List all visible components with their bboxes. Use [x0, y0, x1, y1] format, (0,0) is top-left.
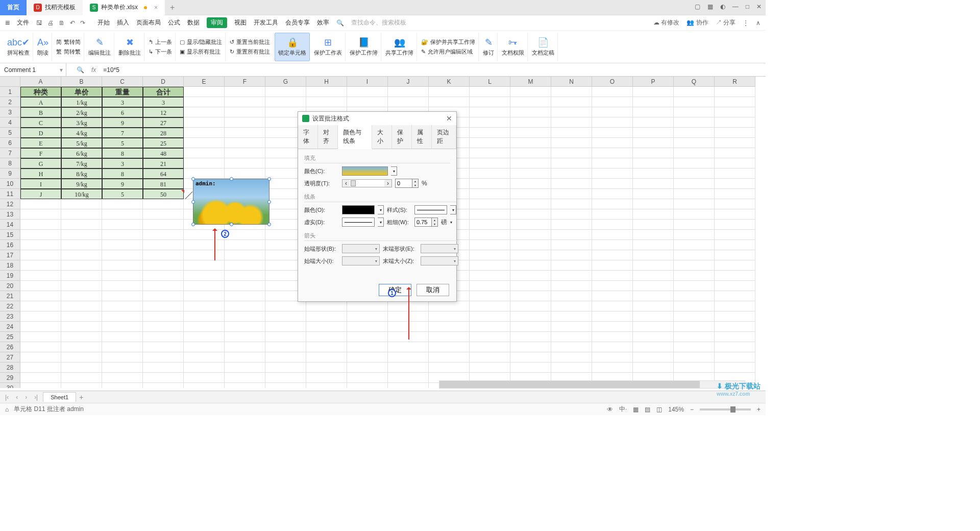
- reset-all-button[interactable]: ↻ 重置所有批注: [230, 48, 270, 56]
- menu-file[interactable]: 文件: [17, 18, 29, 27]
- show-all-comment-button[interactable]: ▣ 显示所有批注: [180, 48, 220, 56]
- transparency-input[interactable]: ▴▾: [395, 179, 419, 188]
- transparency-slider[interactable]: ‹›: [342, 179, 392, 187]
- menu-insert[interactable]: 插入: [117, 18, 129, 27]
- doc-permission-button[interactable]: 🗝文档权限: [499, 33, 528, 61]
- tab-margins[interactable]: 页边距: [432, 125, 456, 149]
- line-color-swatch[interactable]: [342, 205, 375, 214]
- apps-icon[interactable]: ▦: [707, 3, 713, 10]
- line-color-dropdown[interactable]: ▾: [378, 205, 384, 214]
- line-style-dropdown[interactable]: ▾: [450, 205, 456, 214]
- share-button[interactable]: ↗ 分享: [716, 18, 736, 27]
- zoom-slider[interactable]: [700, 408, 751, 411]
- select-all-corner[interactable]: [0, 77, 20, 87]
- toggle-comment-button[interactable]: ▢ 显示/隐藏批注: [180, 38, 222, 46]
- qat-undo-icon[interactable]: ↶: [70, 19, 75, 27]
- coop-button[interactable]: 👥 协作: [687, 18, 708, 27]
- line-dash-dropdown[interactable]: ▾: [378, 218, 384, 227]
- qat-redo-icon[interactable]: ↷: [80, 19, 85, 27]
- protect-sheet-button[interactable]: ⊞保护工作表: [311, 33, 346, 61]
- avatar-icon[interactable]: ◐: [720, 3, 725, 10]
- menu-data[interactable]: 数据: [187, 18, 200, 27]
- menu-view[interactable]: 视图: [234, 18, 247, 27]
- column-headers[interactable]: ABCDEFGHIJKLMNOPQR: [20, 77, 766, 87]
- menu-devtools[interactable]: 开发工具: [254, 18, 278, 27]
- name-box[interactable]: Comment 1▾: [0, 63, 66, 76]
- menu-formula[interactable]: 公式: [168, 18, 180, 27]
- row-headers[interactable]: 1234567891011121314151617181920212223242…: [0, 87, 20, 388]
- prev-comment-button[interactable]: ↰ 上一条: [149, 38, 172, 46]
- zoom-in-icon[interactable]: +: [757, 406, 761, 413]
- sheet-nav-next[interactable]: ›: [23, 394, 29, 401]
- minimize-icon[interactable]: —: [732, 3, 739, 10]
- maximize-icon[interactable]: □: [746, 3, 749, 10]
- tab-docker[interactable]: D找稻壳模板: [27, 0, 83, 15]
- begin-size-combo[interactable]: ▾: [342, 256, 380, 266]
- tab-properties[interactable]: 属性: [412, 125, 432, 149]
- tab-colors-lines[interactable]: 颜色与线条: [338, 125, 372, 149]
- collapse-ribbon-icon[interactable]: ∧: [756, 19, 761, 27]
- share-book-button[interactable]: 👥共享工作簿: [382, 33, 417, 61]
- end-size-combo[interactable]: ▾: [421, 256, 458, 266]
- next-comment-button[interactable]: ↳ 下一条: [149, 48, 172, 56]
- view-normal-icon[interactable]: ▦: [633, 406, 639, 413]
- view-page-icon[interactable]: ▤: [645, 406, 650, 413]
- eye-icon[interactable]: 👁: [607, 406, 613, 413]
- formula-input[interactable]: =10*5: [103, 66, 119, 74]
- status-mode-icon[interactable]: ⌂: [5, 406, 9, 413]
- zoom-out-icon[interactable]: −: [690, 406, 694, 413]
- more-icon[interactable]: ⋮: [743, 19, 749, 27]
- search-icon[interactable]: 🔍: [336, 19, 344, 27]
- menu-layout[interactable]: 页面布局: [136, 18, 161, 27]
- sheet-nav-last[interactable]: ›|: [32, 394, 40, 401]
- fill-color-swatch[interactable]: [342, 166, 388, 176]
- read-aloud-button[interactable]: A»朗读: [34, 33, 52, 61]
- tab-protect[interactable]: 保护: [392, 125, 412, 149]
- cancel-button[interactable]: 取消: [416, 284, 449, 296]
- add-tab-button[interactable]: +: [165, 3, 180, 12]
- tab-size[interactable]: 大小: [372, 125, 392, 149]
- line-weight-input[interactable]: ▴▾: [414, 218, 438, 227]
- horizontal-scrollbar[interactable]: [439, 380, 745, 389]
- t2s-button[interactable]: 繁 简转繁: [56, 48, 81, 56]
- reset-current-button[interactable]: ↺ 重置当前批注: [230, 38, 270, 46]
- comment-box[interactable]: admin:: [193, 179, 270, 225]
- lock-cell-button[interactable]: 🔒锁定单元格: [275, 33, 310, 61]
- spellcheck-button[interactable]: abc✔拼写检查: [4, 33, 33, 61]
- tab-home[interactable]: 首页: [0, 0, 27, 15]
- qat-print-icon[interactable]: 🖨: [47, 19, 54, 27]
- sheet-tab[interactable]: Sheet1: [43, 392, 76, 402]
- layout-icon[interactable]: ▢: [695, 3, 700, 10]
- delete-comment-button[interactable]: ✖删除批注: [115, 33, 144, 61]
- begin-shape-combo[interactable]: ▾: [342, 244, 380, 253]
- fx-cancel-icon[interactable]: 🔍: [77, 66, 84, 74]
- window-close-icon[interactable]: ✕: [756, 3, 762, 10]
- cjk-icon[interactable]: 中·: [619, 405, 627, 414]
- end-shape-combo[interactable]: ▾: [421, 244, 458, 253]
- protect-share-button[interactable]: 🔐 保护并共享工作簿: [421, 38, 475, 46]
- cloud-unsaved[interactable]: ☁ 有修改: [653, 18, 679, 27]
- search-hint[interactable]: 查找命令、搜索模板: [351, 18, 406, 27]
- dialog-titlebar[interactable]: 设置批注格式 ✕: [298, 112, 456, 125]
- tab-font[interactable]: 字体: [298, 125, 318, 149]
- tab-align[interactable]: 对齐: [318, 125, 338, 149]
- dialog-close-icon[interactable]: ✕: [446, 114, 452, 123]
- s2t-button[interactable]: 简 繁转简: [56, 38, 81, 46]
- menu-review[interactable]: 审阅: [207, 17, 227, 28]
- menu-vip[interactable]: 会员专享: [285, 18, 310, 27]
- menu-efficiency[interactable]: 效率: [317, 18, 329, 27]
- qat-preview-icon[interactable]: 🗎: [59, 19, 65, 27]
- view-break-icon[interactable]: ◫: [656, 406, 662, 413]
- allow-edit-button[interactable]: ✎ 允许用户编辑区域: [421, 48, 473, 56]
- line-style-swatch[interactable]: [414, 205, 447, 214]
- edit-comment-button[interactable]: ✎编辑批注: [85, 33, 114, 61]
- zoom-value[interactable]: 145%: [668, 406, 684, 413]
- close-icon[interactable]: ×: [154, 4, 158, 11]
- track-changes-button[interactable]: ✎修订: [480, 33, 498, 61]
- fx-icon[interactable]: fx: [91, 66, 96, 74]
- protect-book-button[interactable]: 📘保护工作簿: [347, 33, 381, 61]
- qat-save-icon[interactable]: 🖫: [36, 19, 42, 27]
- sheet-nav-prev[interactable]: ‹: [14, 394, 20, 401]
- tab-file-active[interactable]: S种类单价.xlsx×: [83, 0, 165, 15]
- hamburger-icon[interactable]: ≡: [5, 18, 10, 28]
